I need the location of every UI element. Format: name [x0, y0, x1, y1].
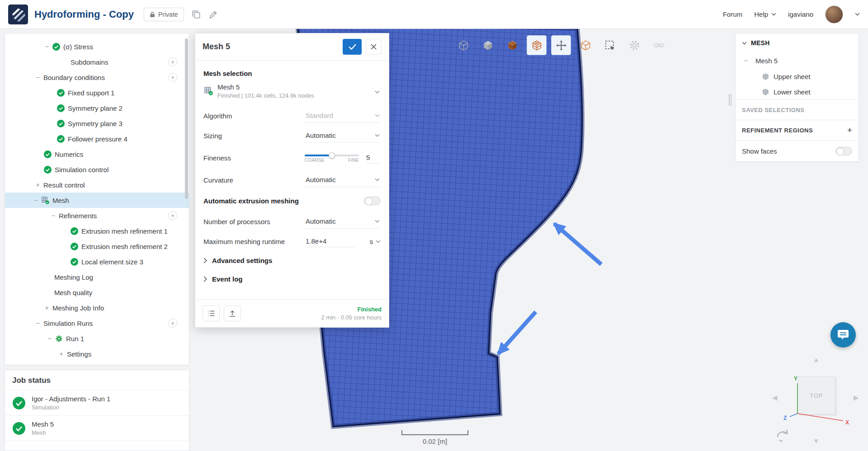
expand-icon[interactable]: +	[58, 350, 64, 357]
mesh-section-header[interactable]: MESH	[736, 33, 859, 52]
fineness-value-input[interactable]	[365, 152, 381, 164]
simulation-tree-panel: − (σ) Stress Subdomains + − Boundary con…	[5, 33, 189, 365]
apply-button[interactable]	[343, 39, 362, 55]
scene-tree-item[interactable]: Upper sheet	[736, 69, 859, 84]
add-refinement-region-button[interactable]: +	[848, 126, 852, 135]
expand-icon[interactable]: +	[44, 304, 50, 311]
check-icon	[44, 166, 52, 174]
collapse-icon[interactable]: −	[50, 212, 56, 219]
saved-selections-header[interactable]: SAVED SELECTIONS	[736, 99, 859, 120]
tree-item[interactable]: Meshing Log	[5, 269, 189, 285]
collapse-icon[interactable]: −	[743, 57, 749, 64]
rotate-up-arrow[interactable]: ▲	[813, 356, 820, 363]
chevron-down-icon	[375, 178, 380, 181]
check-icon	[57, 135, 65, 143]
view-cube[interactable]: TOP	[797, 376, 835, 414]
tree-item[interactable]: − Mesh	[5, 193, 189, 208]
collapse-icon[interactable]: −	[44, 43, 50, 50]
tree-item[interactable]: Local element size 3	[5, 254, 189, 269]
tree-item[interactable]: Follower pressure 4	[5, 131, 189, 146]
transform-gizmo-button[interactable]	[551, 35, 571, 55]
privacy-button[interactable]: Private	[144, 8, 184, 21]
scene-tree-item[interactable]: Lower sheet	[736, 84, 859, 99]
copy-project-icon[interactable]	[191, 9, 201, 19]
processors-select[interactable]: Automatic	[305, 214, 381, 229]
mesh-log-button[interactable]	[203, 305, 220, 321]
job-status-item[interactable]: Mesh 5 Mesh	[5, 416, 189, 441]
tree-item[interactable]: Mesh quality	[5, 285, 189, 300]
tree-item-label: Subdomains	[71, 58, 108, 66]
rotate-down-arrow[interactable]: ▼	[813, 437, 820, 444]
tree-scrollbar[interactable]	[184, 35, 188, 363]
add-button[interactable]: +	[168, 73, 177, 82]
job-stats: 2 min · 0.05 core hours	[321, 314, 382, 321]
section-cube-button[interactable]	[576, 35, 595, 55]
tree-item[interactable]: Extrusion mesh refinement 1	[5, 223, 189, 239]
roll-view-icon[interactable]	[775, 428, 790, 443]
auto-extrusion-toggle[interactable]	[364, 197, 381, 205]
shaded-cube-button[interactable]	[478, 35, 498, 55]
rotate-right-arrow[interactable]: ▶	[854, 394, 859, 401]
wireframe-cube-button[interactable]	[453, 35, 473, 55]
tree-item[interactable]: + Result control	[5, 177, 189, 193]
rename-project-icon[interactable]	[208, 9, 218, 19]
collapse-icon[interactable]: −	[47, 335, 52, 342]
sizing-select[interactable]: Automatic	[305, 128, 381, 143]
box-select-button[interactable]	[600, 35, 620, 55]
mesh-selection-dropdown[interactable]: Mesh 5 Finished | 101.4k cells, 124.9k n…	[203, 77, 381, 106]
panel-resize-handle[interactable]	[729, 94, 731, 106]
refinement-regions-header[interactable]: REFINEMENT REGIONS +	[736, 120, 859, 140]
show-faces-toggle[interactable]	[835, 147, 852, 155]
job-name: Igor - Adjustments - Run 1	[32, 395, 110, 403]
help-menu[interactable]: Help	[754, 10, 776, 18]
job-status-item[interactable]: Igor - Adjustments - Run 1 Simulation	[5, 390, 189, 416]
add-button[interactable]: +	[168, 57, 177, 66]
mesh-wireframe-cube-button[interactable]	[527, 35, 547, 55]
tree-scrollbar-thumb[interactable]	[185, 38, 188, 199]
chat-button[interactable]	[830, 322, 856, 348]
tree-item[interactable]: − Simulation Runs +	[5, 315, 189, 331]
avatar[interactable]	[825, 5, 843, 23]
tree-item[interactable]: − Refinements +	[5, 208, 189, 223]
tree-item[interactable]: Simulation control	[5, 162, 189, 177]
event-log-expander[interactable]: Event log	[203, 270, 381, 288]
scene-tree-root[interactable]: − Mesh 5	[736, 52, 859, 69]
upload-button[interactable]	[224, 305, 241, 321]
tree-item[interactable]: Numerics	[5, 146, 189, 162]
job-status-title: Job status	[5, 370, 189, 390]
forum-link[interactable]: Forum	[723, 10, 742, 18]
add-button[interactable]: +	[168, 211, 177, 220]
tree-item[interactable]: − (σ) Stress	[5, 39, 189, 54]
runtime-input[interactable]	[305, 235, 355, 247]
tree-item[interactable]: + Settings	[5, 346, 189, 362]
add-button[interactable]: +	[168, 319, 177, 328]
curvature-select[interactable]: Automatic	[305, 173, 381, 187]
mesh-icon	[42, 197, 49, 204]
tree-item[interactable]: Symmetry plane 3	[5, 116, 189, 131]
tree-item[interactable]: − Boundary conditions +	[5, 70, 189, 85]
tree-item[interactable]: − Run 1	[5, 331, 189, 346]
close-button[interactable]	[366, 39, 382, 55]
project-title: Hydroforming - Copy	[34, 9, 134, 20]
expand-icon[interactable]: +	[35, 181, 41, 188]
mesh-settings-gear-button[interactable]	[624, 35, 644, 55]
tree-item[interactable]: Extrusion mesh refinement 2	[5, 239, 189, 254]
collapse-icon[interactable]: −	[33, 197, 39, 204]
fineness-slider[interactable]: COARSE FINE	[305, 152, 359, 164]
tree-item[interactable]: Symmetry plane 2	[5, 100, 189, 116]
algorithm-select[interactable]: Standard	[305, 108, 381, 123]
tree-item[interactable]: Fixed support 1	[5, 85, 189, 100]
shaded-mesh-cube-button[interactable]	[502, 35, 522, 55]
app-logo-icon[interactable]	[8, 5, 28, 24]
runtime-unit-select[interactable]: s	[362, 238, 381, 245]
tree-item-label: Symmetry plane 3	[68, 120, 123, 127]
tree-item[interactable]: + Meshing Job Info	[5, 300, 189, 315]
account-menu-chevron-icon[interactable]	[855, 13, 860, 16]
tree-item[interactable]: Subdomains +	[5, 54, 189, 70]
collapse-icon[interactable]: −	[35, 319, 41, 327]
advanced-settings-expander[interactable]: Advanced settings	[203, 251, 381, 270]
collapse-icon[interactable]: −	[35, 74, 41, 81]
link-faces-button[interactable]	[649, 35, 669, 55]
rotate-left-arrow[interactable]: ◀	[772, 394, 778, 401]
lock-icon	[150, 11, 155, 18]
